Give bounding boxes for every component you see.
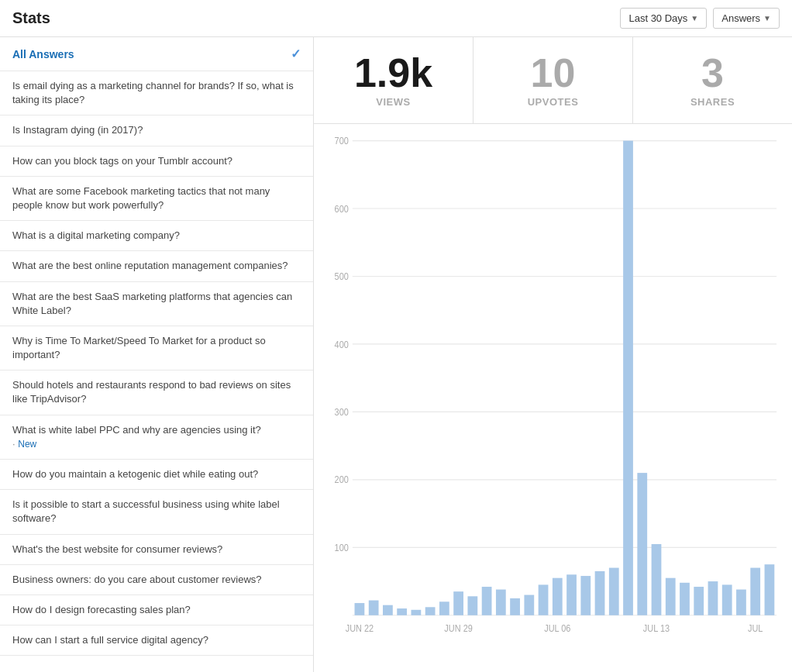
- list-item[interactable]: What is white label PPC and why are agen…: [0, 415, 313, 460]
- bar[interactable]: [355, 603, 365, 615]
- bar[interactable]: [553, 578, 563, 615]
- main-layout: All Answers ✓ Is email dying as a market…: [0, 37, 792, 672]
- bar[interactable]: [666, 578, 676, 615]
- list-item[interactable]: Why is Time To Market/Speed To Market fo…: [0, 326, 313, 370]
- y-axis-label: 200: [335, 474, 350, 486]
- bar[interactable]: [736, 590, 746, 615]
- upvotes-value: 10: [531, 53, 576, 93]
- x-axis-label: JUL 13: [643, 622, 670, 634]
- x-axis-label: JUL 06: [544, 622, 571, 634]
- checkmark-icon: ✓: [291, 47, 301, 61]
- y-axis-label: 300: [335, 406, 350, 418]
- bar[interactable]: [439, 601, 449, 615]
- y-axis-label: 700: [335, 135, 350, 146]
- x-axis-label: JUN 22: [346, 622, 374, 634]
- list-item[interactable]: Is Instagram dying (in 2017)?: [0, 115, 313, 146]
- upvotes-label: UPVOTES: [528, 96, 579, 108]
- answer-list: Is email dying as a marketing channel fo…: [0, 71, 313, 656]
- bar[interactable]: [623, 141, 633, 615]
- bar[interactable]: [369, 601, 379, 615]
- views-label: VIEWS: [376, 96, 410, 108]
- bar[interactable]: [595, 571, 605, 615]
- period-dropdown[interactable]: Last 30 Days ▼: [620, 8, 707, 29]
- bar[interactable]: [652, 544, 662, 615]
- page-title: Stats: [12, 9, 50, 27]
- list-item[interactable]: Is it possible to start a successful bus…: [0, 490, 313, 534]
- bar[interactable]: [496, 590, 506, 615]
- shares-label: SHARES: [690, 96, 735, 108]
- bar[interactable]: [467, 596, 477, 615]
- list-item[interactable]: Should hotels and restaurants respond to…: [0, 370, 313, 415]
- bar[interactable]: [411, 610, 422, 615]
- x-axis-label: JUL: [748, 622, 763, 634]
- bar[interactable]: [566, 574, 577, 615]
- shares-stat: 3 SHARES: [633, 37, 792, 123]
- y-axis-label: 100: [335, 542, 350, 553]
- views-stat: 1.9k VIEWS: [314, 37, 473, 123]
- stats-row: 1.9k VIEWS 10 UPVOTES 3 SHARES: [314, 37, 792, 124]
- list-item[interactable]: How do you maintain a ketogenic diet whi…: [0, 460, 313, 490]
- y-axis-label: 500: [335, 271, 350, 282]
- bar[interactable]: [397, 608, 407, 615]
- period-dropdown-arrow: ▼: [690, 14, 698, 22]
- bar-chart: 100200300400500600700JUN 22JUN 29JUL 06J…: [322, 132, 784, 651]
- list-item[interactable]: What is a digital marketing company?: [0, 221, 313, 251]
- all-answers-label: All Answers: [12, 48, 74, 60]
- bar[interactable]: [680, 583, 690, 615]
- list-item[interactable]: What are the best online reputation mana…: [0, 251, 313, 281]
- filter-dropdown[interactable]: Answers ▼: [713, 8, 780, 29]
- y-axis-label: 600: [335, 203, 350, 215]
- x-axis-label: JUN 29: [444, 622, 473, 634]
- list-item[interactable]: Is email dying as a marketing channel fo…: [0, 71, 313, 115]
- bar[interactable]: [708, 581, 718, 615]
- bar[interactable]: [637, 473, 647, 615]
- list-item[interactable]: What are some Facebook marketing tactics…: [0, 177, 313, 221]
- sidebar: All Answers ✓ Is email dying as a market…: [0, 37, 314, 672]
- upvotes-stat: 10 UPVOTES: [473, 37, 633, 123]
- y-axis-label: 400: [335, 339, 350, 350]
- bar[interactable]: [510, 598, 520, 615]
- list-item[interactable]: How can I start a full service digital a…: [0, 625, 313, 656]
- bar[interactable]: [609, 568, 619, 615]
- bar[interactable]: [722, 584, 732, 615]
- bar[interactable]: [425, 607, 436, 615]
- chart-area: 100200300400500600700JUN 22JUN 29JUL 06J…: [314, 124, 792, 672]
- content-area: 1.9k VIEWS 10 UPVOTES 3 SHARES 100200300…: [314, 37, 792, 672]
- filter-label: Answers: [721, 12, 760, 24]
- bar[interactable]: [524, 595, 534, 615]
- period-label: Last 30 Days: [628, 12, 687, 24]
- list-item[interactable]: What's the best website for consumer rev…: [0, 535, 313, 565]
- bar[interactable]: [482, 587, 492, 615]
- bar[interactable]: [453, 591, 463, 615]
- list-item[interactable]: How can you block tags on your Tumblr ac…: [0, 146, 313, 177]
- bar[interactable]: [694, 587, 704, 615]
- bar[interactable]: [765, 564, 775, 615]
- bar[interactable]: [383, 605, 393, 615]
- list-item[interactable]: Business owners: do you care about custo…: [0, 565, 313, 595]
- bar[interactable]: [750, 568, 760, 615]
- bar[interactable]: [580, 576, 591, 615]
- list-item[interactable]: What are the best SaaS marketing platfor…: [0, 282, 313, 326]
- list-item[interactable]: How do I design forecasting sales plan?: [0, 595, 313, 625]
- header-controls: Last 30 Days ▼ Answers ▼: [620, 8, 780, 29]
- all-answers-item[interactable]: All Answers ✓: [0, 37, 313, 71]
- shares-value: 3: [701, 53, 724, 93]
- filter-dropdown-arrow: ▼: [763, 14, 771, 22]
- bar[interactable]: [539, 584, 549, 615]
- views-value: 1.9k: [354, 53, 432, 93]
